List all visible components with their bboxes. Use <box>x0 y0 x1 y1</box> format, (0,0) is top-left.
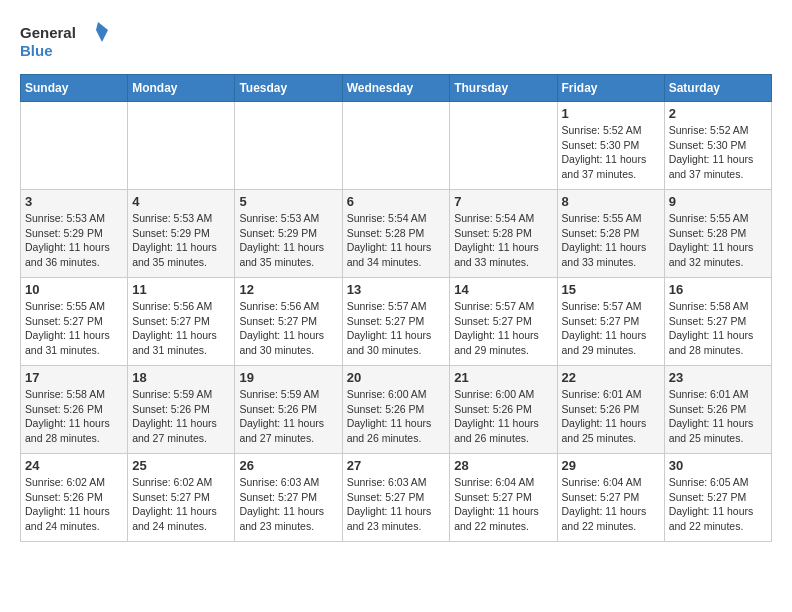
day-cell: 14Sunrise: 5:57 AM Sunset: 5:27 PM Dayli… <box>450 278 557 366</box>
day-info: Sunrise: 5:59 AM Sunset: 5:26 PM Dayligh… <box>239 387 337 446</box>
day-cell <box>128 102 235 190</box>
day-info: Sunrise: 5:59 AM Sunset: 5:26 PM Dayligh… <box>132 387 230 446</box>
day-number: 2 <box>669 106 767 121</box>
week-row-4: 24Sunrise: 6:02 AM Sunset: 5:26 PM Dayli… <box>21 454 772 542</box>
day-number: 13 <box>347 282 446 297</box>
day-info: Sunrise: 5:53 AM Sunset: 5:29 PM Dayligh… <box>25 211 123 270</box>
day-cell: 8Sunrise: 5:55 AM Sunset: 5:28 PM Daylig… <box>557 190 664 278</box>
day-cell: 3Sunrise: 5:53 AM Sunset: 5:29 PM Daylig… <box>21 190 128 278</box>
day-number: 22 <box>562 370 660 385</box>
day-cell: 10Sunrise: 5:55 AM Sunset: 5:27 PM Dayli… <box>21 278 128 366</box>
day-info: Sunrise: 6:00 AM Sunset: 5:26 PM Dayligh… <box>454 387 552 446</box>
day-info: Sunrise: 5:53 AM Sunset: 5:29 PM Dayligh… <box>239 211 337 270</box>
day-cell: 5Sunrise: 5:53 AM Sunset: 5:29 PM Daylig… <box>235 190 342 278</box>
day-cell: 7Sunrise: 5:54 AM Sunset: 5:28 PM Daylig… <box>450 190 557 278</box>
day-info: Sunrise: 6:01 AM Sunset: 5:26 PM Dayligh… <box>562 387 660 446</box>
weekday-header-tuesday: Tuesday <box>235 75 342 102</box>
day-cell: 12Sunrise: 5:56 AM Sunset: 5:27 PM Dayli… <box>235 278 342 366</box>
weekday-header-row: SundayMondayTuesdayWednesdayThursdayFrid… <box>21 75 772 102</box>
day-cell: 20Sunrise: 6:00 AM Sunset: 5:26 PM Dayli… <box>342 366 450 454</box>
day-number: 24 <box>25 458 123 473</box>
day-cell: 25Sunrise: 6:02 AM Sunset: 5:27 PM Dayli… <box>128 454 235 542</box>
day-info: Sunrise: 5:56 AM Sunset: 5:27 PM Dayligh… <box>239 299 337 358</box>
day-number: 4 <box>132 194 230 209</box>
day-number: 5 <box>239 194 337 209</box>
day-info: Sunrise: 5:57 AM Sunset: 5:27 PM Dayligh… <box>347 299 446 358</box>
day-number: 21 <box>454 370 552 385</box>
day-cell: 4Sunrise: 5:53 AM Sunset: 5:29 PM Daylig… <box>128 190 235 278</box>
day-info: Sunrise: 5:53 AM Sunset: 5:29 PM Dayligh… <box>132 211 230 270</box>
weekday-header-wednesday: Wednesday <box>342 75 450 102</box>
day-cell: 26Sunrise: 6:03 AM Sunset: 5:27 PM Dayli… <box>235 454 342 542</box>
day-info: Sunrise: 5:52 AM Sunset: 5:30 PM Dayligh… <box>669 123 767 182</box>
day-info: Sunrise: 5:55 AM Sunset: 5:28 PM Dayligh… <box>562 211 660 270</box>
day-info: Sunrise: 5:57 AM Sunset: 5:27 PM Dayligh… <box>562 299 660 358</box>
day-number: 25 <box>132 458 230 473</box>
svg-marker-2 <box>96 22 108 42</box>
day-info: Sunrise: 6:02 AM Sunset: 5:27 PM Dayligh… <box>132 475 230 534</box>
day-number: 7 <box>454 194 552 209</box>
svg-text:Blue: Blue <box>20 42 53 59</box>
day-cell: 6Sunrise: 5:54 AM Sunset: 5:28 PM Daylig… <box>342 190 450 278</box>
day-number: 30 <box>669 458 767 473</box>
day-number: 1 <box>562 106 660 121</box>
day-info: Sunrise: 5:54 AM Sunset: 5:28 PM Dayligh… <box>347 211 446 270</box>
day-cell: 30Sunrise: 6:05 AM Sunset: 5:27 PM Dayli… <box>664 454 771 542</box>
day-number: 17 <box>25 370 123 385</box>
day-number: 20 <box>347 370 446 385</box>
page-header: General Blue <box>20 20 772 64</box>
day-info: Sunrise: 6:02 AM Sunset: 5:26 PM Dayligh… <box>25 475 123 534</box>
week-row-3: 17Sunrise: 5:58 AM Sunset: 5:26 PM Dayli… <box>21 366 772 454</box>
day-info: Sunrise: 6:00 AM Sunset: 5:26 PM Dayligh… <box>347 387 446 446</box>
day-cell: 18Sunrise: 5:59 AM Sunset: 5:26 PM Dayli… <box>128 366 235 454</box>
weekday-header-sunday: Sunday <box>21 75 128 102</box>
day-info: Sunrise: 5:55 AM Sunset: 5:27 PM Dayligh… <box>25 299 123 358</box>
day-info: Sunrise: 5:55 AM Sunset: 5:28 PM Dayligh… <box>669 211 767 270</box>
day-number: 15 <box>562 282 660 297</box>
day-info: Sunrise: 6:03 AM Sunset: 5:27 PM Dayligh… <box>239 475 337 534</box>
day-number: 9 <box>669 194 767 209</box>
day-cell <box>21 102 128 190</box>
day-cell: 17Sunrise: 5:58 AM Sunset: 5:26 PM Dayli… <box>21 366 128 454</box>
day-info: Sunrise: 5:52 AM Sunset: 5:30 PM Dayligh… <box>562 123 660 182</box>
day-cell: 27Sunrise: 6:03 AM Sunset: 5:27 PM Dayli… <box>342 454 450 542</box>
day-cell: 1Sunrise: 5:52 AM Sunset: 5:30 PM Daylig… <box>557 102 664 190</box>
day-number: 29 <box>562 458 660 473</box>
week-row-1: 3Sunrise: 5:53 AM Sunset: 5:29 PM Daylig… <box>21 190 772 278</box>
day-number: 6 <box>347 194 446 209</box>
weekday-header-monday: Monday <box>128 75 235 102</box>
day-info: Sunrise: 6:04 AM Sunset: 5:27 PM Dayligh… <box>562 475 660 534</box>
svg-text:General: General <box>20 24 76 41</box>
day-cell: 24Sunrise: 6:02 AM Sunset: 5:26 PM Dayli… <box>21 454 128 542</box>
day-cell: 16Sunrise: 5:58 AM Sunset: 5:27 PM Dayli… <box>664 278 771 366</box>
day-cell <box>235 102 342 190</box>
day-number: 27 <box>347 458 446 473</box>
day-cell <box>450 102 557 190</box>
day-cell <box>342 102 450 190</box>
day-number: 14 <box>454 282 552 297</box>
day-cell: 11Sunrise: 5:56 AM Sunset: 5:27 PM Dayli… <box>128 278 235 366</box>
day-number: 12 <box>239 282 337 297</box>
weekday-header-thursday: Thursday <box>450 75 557 102</box>
day-number: 8 <box>562 194 660 209</box>
day-cell: 9Sunrise: 5:55 AM Sunset: 5:28 PM Daylig… <box>664 190 771 278</box>
day-number: 11 <box>132 282 230 297</box>
day-info: Sunrise: 6:03 AM Sunset: 5:27 PM Dayligh… <box>347 475 446 534</box>
day-cell: 28Sunrise: 6:04 AM Sunset: 5:27 PM Dayli… <box>450 454 557 542</box>
day-number: 3 <box>25 194 123 209</box>
day-cell: 2Sunrise: 5:52 AM Sunset: 5:30 PM Daylig… <box>664 102 771 190</box>
day-cell: 23Sunrise: 6:01 AM Sunset: 5:26 PM Dayli… <box>664 366 771 454</box>
day-cell: 21Sunrise: 6:00 AM Sunset: 5:26 PM Dayli… <box>450 366 557 454</box>
day-cell: 19Sunrise: 5:59 AM Sunset: 5:26 PM Dayli… <box>235 366 342 454</box>
day-info: Sunrise: 6:04 AM Sunset: 5:27 PM Dayligh… <box>454 475 552 534</box>
day-cell: 13Sunrise: 5:57 AM Sunset: 5:27 PM Dayli… <box>342 278 450 366</box>
day-info: Sunrise: 5:57 AM Sunset: 5:27 PM Dayligh… <box>454 299 552 358</box>
day-info: Sunrise: 5:58 AM Sunset: 5:27 PM Dayligh… <box>669 299 767 358</box>
day-info: Sunrise: 5:54 AM Sunset: 5:28 PM Dayligh… <box>454 211 552 270</box>
weekday-header-friday: Friday <box>557 75 664 102</box>
day-info: Sunrise: 5:56 AM Sunset: 5:27 PM Dayligh… <box>132 299 230 358</box>
day-number: 26 <box>239 458 337 473</box>
day-number: 10 <box>25 282 123 297</box>
logo: General Blue <box>20 20 110 64</box>
day-cell: 15Sunrise: 5:57 AM Sunset: 5:27 PM Dayli… <box>557 278 664 366</box>
